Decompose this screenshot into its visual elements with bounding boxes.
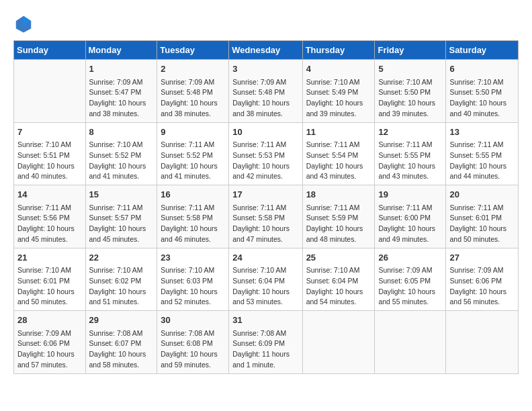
day-cell: 11Sunrise: 7:11 AMSunset: 5:54 PMDayligh… — [302, 122, 375, 185]
day-number: 4 — [306, 62, 371, 76]
calendar-header: SundayMondayTuesdayWednesdayThursdayFrid… — [14, 41, 519, 60]
header — [13, 13, 519, 34]
day-info: Sunrise: 7:09 AMSunset: 6:06 PMDaylight:… — [449, 265, 515, 308]
day-cell: 16Sunrise: 7:11 AMSunset: 5:58 PMDayligh… — [157, 185, 229, 248]
day-info: Sunrise: 7:10 AMSunset: 6:01 PMDaylight:… — [17, 265, 82, 308]
day-info: Sunrise: 7:11 AMSunset: 5:53 PMDaylight:… — [232, 140, 298, 182]
day-number: 24 — [232, 251, 298, 265]
header-cell-tuesday: Tuesday — [157, 41, 229, 60]
day-info: Sunrise: 7:09 AMSunset: 5:48 PMDaylight:… — [232, 77, 298, 120]
day-cell: 8Sunrise: 7:10 AMSunset: 5:52 PMDaylight… — [85, 122, 157, 185]
day-info: Sunrise: 7:10 AMSunset: 5:52 PMDaylight:… — [89, 140, 154, 182]
day-info: Sunrise: 7:11 AMSunset: 5:57 PMDaylight:… — [89, 203, 154, 245]
day-number: 31 — [232, 314, 298, 327]
day-number: 23 — [161, 251, 225, 265]
day-number: 14 — [17, 188, 82, 201]
day-cell: 31Sunrise: 7:08 AMSunset: 6:09 PMDayligh… — [229, 311, 302, 374]
day-cell: 1Sunrise: 7:09 AMSunset: 5:47 PMDaylight… — [85, 60, 157, 123]
day-number: 10 — [232, 126, 298, 139]
day-cell: 29Sunrise: 7:08 AMSunset: 6:07 PMDayligh… — [85, 311, 157, 374]
day-number: 15 — [89, 188, 154, 201]
logo — [13, 13, 36, 34]
day-number: 6 — [449, 62, 515, 76]
day-cell — [302, 311, 375, 374]
day-info: Sunrise: 7:10 AMSunset: 6:02 PMDaylight:… — [89, 265, 154, 308]
day-number: 12 — [378, 126, 442, 139]
day-cell: 19Sunrise: 7:11 AMSunset: 6:00 PMDayligh… — [375, 185, 446, 248]
day-cell: 2Sunrise: 7:09 AMSunset: 5:48 PMDaylight… — [157, 60, 229, 123]
day-info: Sunrise: 7:09 AMSunset: 5:48 PMDaylight:… — [161, 77, 225, 120]
day-number: 26 — [378, 251, 442, 265]
day-info: Sunrise: 7:10 AMSunset: 6:04 PMDaylight:… — [232, 265, 298, 308]
day-cell: 27Sunrise: 7:09 AMSunset: 6:06 PMDayligh… — [446, 248, 519, 311]
day-info: Sunrise: 7:11 AMSunset: 5:52 PMDaylight:… — [161, 140, 225, 182]
day-info: Sunrise: 7:10 AMSunset: 5:51 PMDaylight:… — [17, 140, 82, 182]
day-number: 16 — [161, 188, 225, 201]
header-cell-friday: Friday — [375, 41, 446, 60]
day-number: 9 — [161, 126, 225, 139]
day-cell: 12Sunrise: 7:11 AMSunset: 5:55 PMDayligh… — [375, 122, 446, 185]
day-info: Sunrise: 7:08 AMSunset: 6:09 PMDaylight:… — [232, 328, 298, 371]
day-number: 19 — [378, 188, 442, 201]
day-number: 27 — [449, 251, 515, 265]
day-number: 7 — [17, 126, 82, 139]
week-row-1: 1Sunrise: 7:09 AMSunset: 5:47 PMDaylight… — [14, 60, 519, 123]
day-info: Sunrise: 7:09 AMSunset: 6:06 PMDaylight:… — [17, 328, 82, 371]
day-info: Sunrise: 7:08 AMSunset: 6:07 PMDaylight:… — [89, 328, 154, 371]
day-cell: 20Sunrise: 7:11 AMSunset: 6:01 PMDayligh… — [446, 185, 519, 248]
day-cell: 21Sunrise: 7:10 AMSunset: 6:01 PMDayligh… — [14, 248, 86, 311]
header-cell-monday: Monday — [85, 41, 157, 60]
day-info: Sunrise: 7:09 AMSunset: 6:05 PMDaylight:… — [378, 265, 442, 308]
day-cell: 22Sunrise: 7:10 AMSunset: 6:02 PMDayligh… — [85, 248, 157, 311]
day-cell: 10Sunrise: 7:11 AMSunset: 5:53 PMDayligh… — [229, 122, 302, 185]
day-info: Sunrise: 7:10 AMSunset: 6:04 PMDaylight:… — [306, 265, 371, 308]
day-cell: 4Sunrise: 7:10 AMSunset: 5:49 PMDaylight… — [302, 60, 375, 123]
day-number: 28 — [17, 314, 82, 327]
header-row: SundayMondayTuesdayWednesdayThursdayFrid… — [14, 41, 519, 60]
day-number: 20 — [449, 188, 515, 201]
day-number: 18 — [306, 188, 371, 201]
day-number: 2 — [161, 62, 225, 76]
day-info: Sunrise: 7:10 AMSunset: 5:50 PMDaylight:… — [378, 77, 442, 120]
day-cell — [14, 60, 86, 123]
day-info: Sunrise: 7:11 AMSunset: 5:54 PMDaylight:… — [306, 140, 371, 182]
week-row-2: 7Sunrise: 7:10 AMSunset: 5:51 PMDaylight… — [14, 122, 519, 185]
day-cell: 25Sunrise: 7:10 AMSunset: 6:04 PMDayligh… — [302, 248, 375, 311]
day-cell: 13Sunrise: 7:11 AMSunset: 5:55 PMDayligh… — [446, 122, 519, 185]
day-number: 25 — [306, 251, 371, 265]
week-row-4: 21Sunrise: 7:10 AMSunset: 6:01 PMDayligh… — [14, 248, 519, 311]
day-info: Sunrise: 7:09 AMSunset: 5:47 PMDaylight:… — [89, 77, 154, 120]
day-number: 8 — [89, 126, 154, 139]
day-info: Sunrise: 7:11 AMSunset: 5:59 PMDaylight:… — [306, 203, 371, 245]
day-number: 29 — [89, 314, 154, 327]
day-cell: 3Sunrise: 7:09 AMSunset: 5:48 PMDaylight… — [229, 60, 302, 123]
header-cell-thursday: Thursday — [302, 41, 375, 60]
header-cell-saturday: Saturday — [446, 41, 519, 60]
header-cell-wednesday: Wednesday — [229, 41, 302, 60]
day-cell: 26Sunrise: 7:09 AMSunset: 6:05 PMDayligh… — [375, 248, 446, 311]
day-info: Sunrise: 7:08 AMSunset: 6:08 PMDaylight:… — [161, 328, 225, 371]
day-info: Sunrise: 7:11 AMSunset: 5:58 PMDaylight:… — [161, 203, 225, 245]
day-cell: 6Sunrise: 7:10 AMSunset: 5:50 PMDaylight… — [446, 60, 519, 123]
day-number: 17 — [232, 188, 298, 201]
day-cell: 23Sunrise: 7:10 AMSunset: 6:03 PMDayligh… — [157, 248, 229, 311]
day-info: Sunrise: 7:11 AMSunset: 6:01 PMDaylight:… — [449, 203, 515, 245]
day-number: 13 — [449, 126, 515, 139]
day-cell: 18Sunrise: 7:11 AMSunset: 5:59 PMDayligh… — [302, 185, 375, 248]
day-cell: 17Sunrise: 7:11 AMSunset: 5:58 PMDayligh… — [229, 185, 302, 248]
day-info: Sunrise: 7:10 AMSunset: 6:03 PMDaylight:… — [161, 265, 225, 308]
day-number: 5 — [378, 62, 442, 76]
calendar-table: SundayMondayTuesdayWednesdayThursdayFrid… — [13, 40, 519, 374]
day-cell: 24Sunrise: 7:10 AMSunset: 6:04 PMDayligh… — [229, 248, 302, 311]
day-cell: 7Sunrise: 7:10 AMSunset: 5:51 PMDaylight… — [14, 122, 86, 185]
day-number: 30 — [161, 314, 225, 327]
day-number: 1 — [89, 62, 154, 76]
day-cell — [375, 311, 446, 374]
day-info: Sunrise: 7:11 AMSunset: 5:55 PMDaylight:… — [449, 140, 515, 182]
day-number: 11 — [306, 126, 371, 139]
day-cell: 30Sunrise: 7:08 AMSunset: 6:08 PMDayligh… — [157, 311, 229, 374]
day-cell: 15Sunrise: 7:11 AMSunset: 5:57 PMDayligh… — [85, 185, 157, 248]
day-info: Sunrise: 7:10 AMSunset: 5:50 PMDaylight:… — [449, 77, 515, 120]
day-info: Sunrise: 7:11 AMSunset: 6:00 PMDaylight:… — [378, 203, 442, 245]
day-info: Sunrise: 7:11 AMSunset: 5:58 PMDaylight:… — [232, 203, 298, 245]
